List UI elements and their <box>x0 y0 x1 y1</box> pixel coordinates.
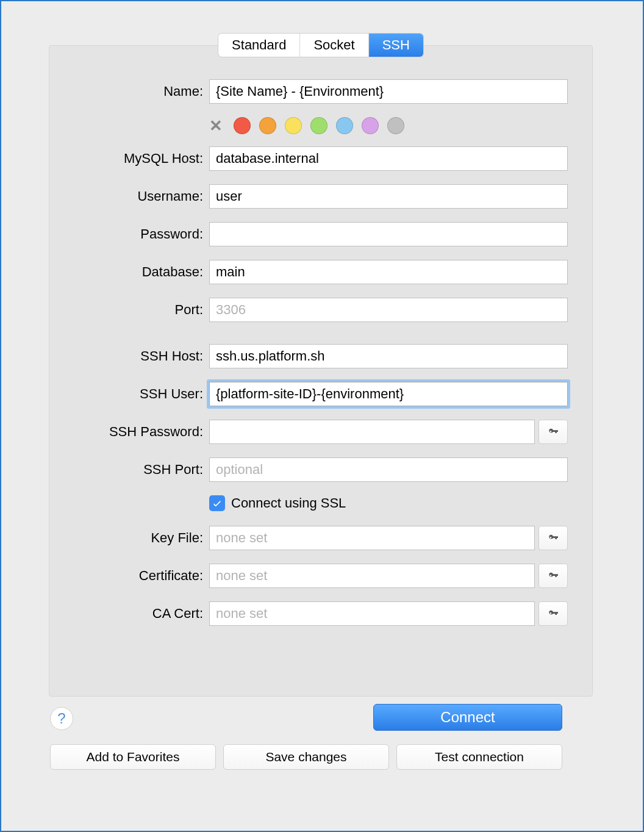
ca-cert-browse-button[interactable] <box>538 601 568 626</box>
key-icon <box>546 533 560 543</box>
help-button[interactable]: ? <box>50 707 73 730</box>
color-swatch-red[interactable] <box>234 117 251 134</box>
test-connection-button[interactable]: Test connection <box>396 744 562 770</box>
color-swatch-green[interactable] <box>310 117 327 134</box>
ssh-port-input[interactable] <box>209 457 568 482</box>
connection-form: Name: ✕ MySQL Host: Username: Password: <box>49 79 592 639</box>
check-icon <box>212 498 223 509</box>
ssh-host-label: SSH Host: <box>49 348 209 364</box>
tab-standard[interactable]: Standard <box>218 34 300 57</box>
color-swatch-orange[interactable] <box>259 117 276 134</box>
ssh-user-input[interactable] <box>209 382 568 406</box>
connection-type-tabs: Standard Socket SSH <box>218 34 423 57</box>
username-label: Username: <box>49 188 209 204</box>
color-tag-row: ✕ <box>209 117 568 134</box>
add-to-favorites-button[interactable]: Add to Favorites <box>50 744 216 770</box>
ssl-checkbox-label: Connect using SSL <box>231 495 346 511</box>
password-input[interactable] <box>209 222 568 246</box>
ssh-port-label: SSH Port: <box>49 462 209 478</box>
database-input[interactable] <box>209 260 568 284</box>
name-label: Name: <box>49 84 209 99</box>
username-input[interactable] <box>209 184 568 209</box>
ssh-password-input[interactable] <box>209 420 535 444</box>
connection-panel: Standard Socket SSH Name: ✕ MySQL Host: … <box>49 45 593 697</box>
database-label: Database: <box>49 264 209 280</box>
port-input[interactable] <box>209 298 568 322</box>
ca-cert-label: CA Cert: <box>49 606 209 622</box>
color-swatch-yellow[interactable] <box>285 117 302 134</box>
ssh-password-key-button[interactable] <box>538 420 568 444</box>
ssh-user-label: SSH User: <box>49 386 209 402</box>
tab-ssh[interactable]: SSH <box>369 34 423 57</box>
tab-socket[interactable]: Socket <box>300 34 368 57</box>
name-input[interactable] <box>209 79 568 104</box>
certificate-input[interactable] <box>209 564 535 588</box>
key-icon <box>546 427 560 437</box>
ca-cert-input[interactable] <box>209 601 535 626</box>
color-swatch-purple[interactable] <box>362 117 379 134</box>
save-changes-button[interactable]: Save changes <box>223 744 389 770</box>
connect-button[interactable]: Connect <box>373 704 562 731</box>
key-file-input[interactable] <box>209 526 535 550</box>
mysql-host-input[interactable] <box>209 146 568 171</box>
key-icon <box>546 609 560 619</box>
clear-color-icon[interactable]: ✕ <box>209 118 225 134</box>
password-label: Password: <box>49 226 209 242</box>
ssl-checkbox[interactable] <box>209 495 225 511</box>
port-label: Port: <box>49 302 209 318</box>
key-file-browse-button[interactable] <box>538 526 568 550</box>
mysql-host-label: MySQL Host: <box>49 151 209 167</box>
color-swatch-gray[interactable] <box>387 117 404 134</box>
ssh-host-input[interactable] <box>209 344 568 368</box>
key-icon <box>546 571 560 581</box>
certificate-browse-button[interactable] <box>538 564 568 588</box>
color-swatch-blue[interactable] <box>336 117 353 134</box>
certificate-label: Certificate: <box>49 568 209 584</box>
key-file-label: Key File: <box>49 530 209 546</box>
ssh-password-label: SSH Password: <box>49 424 209 440</box>
